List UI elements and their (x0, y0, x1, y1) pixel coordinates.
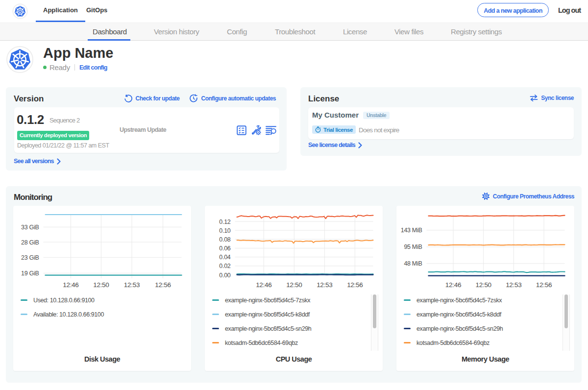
svg-text:0.10: 0.10 (219, 227, 230, 234)
svg-text:28 GiB: 28 GiB (21, 239, 39, 246)
svg-text:12:50: 12:50 (286, 281, 302, 289)
svg-text:12:53: 12:53 (124, 281, 140, 289)
svg-text:0.04: 0.04 (219, 254, 230, 261)
svg-text:33 GiB: 33 GiB (21, 224, 39, 231)
svg-text:12:46: 12:46 (256, 281, 271, 289)
svg-text:23 GiB: 23 GiB (21, 254, 39, 261)
svg-text:12:46: 12:46 (445, 281, 461, 289)
svg-text:12:50: 12:50 (476, 281, 491, 289)
svg-text:12:56: 12:56 (347, 281, 363, 289)
svg-text:12:56: 12:56 (155, 281, 171, 289)
svg-text:0.06: 0.06 (219, 245, 230, 252)
svg-text:48 MiB: 48 MiB (404, 260, 422, 267)
svg-text:12:53: 12:53 (506, 281, 521, 289)
svg-text:12:50: 12:50 (93, 281, 109, 289)
svg-text:0.00: 0.00 (219, 272, 230, 279)
svg-text:12:53: 12:53 (317, 281, 332, 289)
svg-text:0.02: 0.02 (219, 263, 230, 269)
svg-text:95 MiB: 95 MiB (404, 244, 422, 250)
svg-text:0.08: 0.08 (219, 236, 230, 243)
svg-text:0.12: 0.12 (219, 219, 230, 225)
svg-text:12:46: 12:46 (63, 281, 78, 289)
svg-text:19 GiB: 19 GiB (21, 270, 39, 277)
svg-text:12:56: 12:56 (536, 281, 552, 289)
svg-text:143 MiB: 143 MiB (401, 227, 422, 234)
